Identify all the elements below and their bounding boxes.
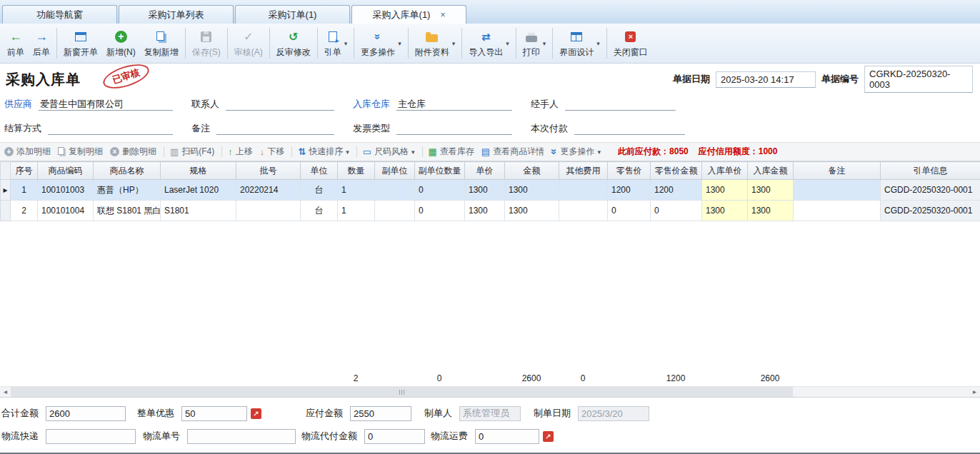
add-detail-button[interactable]: +添加明细 bbox=[4, 146, 51, 158]
chevron-down-icon[interactable]: ▾ bbox=[596, 40, 600, 47]
cell-spec[interactable]: LaserJet 1020 bbox=[161, 180, 236, 201]
tracking-no-field[interactable] bbox=[187, 429, 296, 444]
pull-order-button[interactable]: 引单▾ bbox=[320, 26, 352, 61]
chevron-down-icon[interactable]: ▾ bbox=[411, 148, 415, 156]
chevron-down-icon[interactable]: ▾ bbox=[452, 40, 456, 47]
column-header[interactable]: 商品编码 bbox=[38, 162, 94, 180]
column-header[interactable]: 入库单价 bbox=[702, 162, 748, 180]
reverse-audit-button[interactable]: ↺反审修改 bbox=[272, 26, 315, 61]
column-header[interactable]: 序号 bbox=[11, 162, 38, 180]
print-button[interactable]: 打印▾ bbox=[519, 26, 551, 61]
column-header[interactable]: 商品名称 bbox=[94, 162, 161, 180]
chevron-down-icon[interactable]: ▾ bbox=[598, 148, 601, 156]
warehouse-field[interactable] bbox=[396, 98, 512, 111]
cell-name[interactable]: 联想 S1801 黑白 bbox=[94, 201, 161, 221]
cell-other-fee[interactable] bbox=[559, 201, 608, 221]
allocate-freight-icon[interactable]: ↗ bbox=[543, 431, 554, 442]
cell-remark[interactable] bbox=[794, 201, 881, 221]
column-header[interactable]: 副单位 bbox=[375, 162, 415, 180]
column-header[interactable]: 入库金额 bbox=[748, 162, 794, 180]
tab-purchase-order-list[interactable]: 采购订单列表 bbox=[119, 5, 234, 24]
cell-batch[interactable]: 20220214 bbox=[236, 180, 301, 201]
cell-in-price[interactable]: 1300 bbox=[702, 201, 748, 221]
cell-qty[interactable]: 1 bbox=[338, 201, 375, 221]
discount-field[interactable] bbox=[181, 406, 247, 421]
copy-new-button[interactable]: 复制新增 bbox=[140, 26, 183, 61]
tab-purchase-order[interactable]: 采购订单(1) bbox=[235, 5, 350, 24]
cell-price[interactable]: 1300 bbox=[465, 180, 505, 201]
tab-function-nav[interactable]: 功能导航窗 bbox=[2, 5, 117, 24]
freight-field[interactable] bbox=[475, 429, 539, 444]
cell-unit[interactable]: 台 bbox=[301, 201, 338, 221]
cell-retail[interactable]: 1200 bbox=[608, 180, 651, 201]
cell-subqty[interactable]: 0 bbox=[415, 180, 465, 201]
column-header[interactable]: 零售价金额 bbox=[651, 162, 702, 180]
column-header[interactable]: 金额 bbox=[505, 162, 559, 180]
cell-subunit[interactable] bbox=[375, 201, 415, 221]
move-down-button[interactable]: ↓下移 bbox=[260, 146, 285, 158]
chevron-down-icon[interactable]: ▾ bbox=[543, 40, 546, 47]
new-window-button[interactable]: 新窗开单 bbox=[59, 26, 102, 61]
more-actions-button[interactable]: »更多操作▾ bbox=[356, 26, 406, 61]
column-header[interactable]: 其他费用 bbox=[559, 162, 608, 180]
column-header[interactable]: 备注 bbox=[794, 162, 881, 180]
tab-purchase-inbound[interactable]: 采购入库单(1) × bbox=[351, 5, 466, 24]
column-header[interactable]: 单位 bbox=[301, 162, 338, 180]
cell-retail-amount[interactable]: 0 bbox=[651, 201, 702, 221]
scroll-right-icon[interactable]: ▸ bbox=[969, 387, 980, 397]
cell-ref[interactable]: CGDD-20250320-0001 bbox=[881, 180, 980, 201]
cell-subunit[interactable] bbox=[375, 180, 415, 201]
column-header[interactable]: 零售价 bbox=[608, 162, 651, 180]
prev-doc-button[interactable]: ←前单 bbox=[3, 26, 29, 61]
chevron-down-icon[interactable]: ▾ bbox=[344, 40, 348, 47]
import-export-button[interactable]: ⇄导入导出▾ bbox=[464, 26, 514, 61]
cell-seq[interactable]: 2 bbox=[11, 201, 38, 221]
allocate-discount-icon[interactable]: ↗ bbox=[251, 408, 261, 419]
cell-price[interactable]: 1300 bbox=[465, 201, 505, 221]
next-doc-button[interactable]: →后单 bbox=[29, 26, 54, 61]
size-style-button[interactable]: ▭尺码风格▾ bbox=[363, 146, 415, 158]
scroll-left-icon[interactable]: ◂ bbox=[0, 387, 11, 397]
cell-unit[interactable]: 台 bbox=[301, 180, 338, 201]
add-new-button[interactable]: +新增(N) bbox=[102, 26, 140, 61]
cell-qty[interactable]: 1 bbox=[338, 180, 375, 201]
attachments-button[interactable]: 附件资料▾ bbox=[411, 26, 460, 61]
payment-field[interactable] bbox=[574, 122, 685, 135]
logistics-express-field[interactable] bbox=[46, 429, 136, 444]
cell-amount[interactable]: 1300 bbox=[505, 201, 559, 221]
chevron-down-icon[interactable]: ▾ bbox=[346, 148, 349, 156]
cell-batch[interactable] bbox=[236, 201, 301, 221]
cell-remark[interactable] bbox=[794, 180, 881, 201]
table-row[interactable]: 2 100101004 联想 S1801 黑白 S1801 台 1 0 1300… bbox=[1, 201, 980, 221]
view-product-detail-button[interactable]: ▤查看商品详情 bbox=[481, 146, 544, 158]
column-header[interactable]: 引单信息 bbox=[881, 162, 980, 180]
cell-code[interactable]: 100101003 bbox=[38, 180, 94, 201]
invoice-type-field[interactable] bbox=[396, 122, 512, 135]
table-row[interactable]: ▸ 1 100101003 惠普（HP） LaserJet 1020 20220… bbox=[1, 180, 980, 201]
close-tab-icon[interactable]: × bbox=[440, 11, 445, 19]
cell-subqty[interactable]: 0 bbox=[415, 201, 465, 221]
detail-more-actions-button[interactable]: »更多操作▾ bbox=[551, 146, 601, 158]
cell-name[interactable]: 惠普（HP） bbox=[94, 180, 161, 201]
cell-other-fee[interactable] bbox=[559, 180, 608, 201]
cell-spec[interactable]: S1801 bbox=[161, 201, 236, 221]
view-stock-button[interactable]: ▦查看库存 bbox=[429, 146, 474, 158]
chevron-down-icon[interactable]: ▾ bbox=[398, 40, 401, 47]
supplier-field[interactable] bbox=[39, 98, 173, 111]
settlement-field[interactable] bbox=[48, 122, 173, 135]
ui-design-button[interactable]: 界面设计▾ bbox=[555, 26, 604, 61]
close-window-button[interactable]: ×关闭窗口 bbox=[609, 26, 652, 61]
column-header[interactable]: 批号 bbox=[236, 162, 301, 180]
scan-code-button[interactable]: ▥扫码(F4) bbox=[170, 146, 214, 158]
remark-field[interactable] bbox=[216, 122, 334, 135]
handler-field[interactable] bbox=[565, 98, 676, 111]
column-header[interactable]: 单价 bbox=[465, 162, 505, 180]
doc-date-field[interactable]: 2025-03-20 14:17 bbox=[716, 71, 816, 88]
quick-sort-button[interactable]: ⇅快速排序▾ bbox=[298, 146, 349, 158]
column-header[interactable]: 副单位数量 bbox=[415, 162, 465, 180]
cell-in-price[interactable]: 1300 bbox=[702, 180, 748, 201]
column-header[interactable]: 规格 bbox=[161, 162, 236, 180]
total-amount-field[interactable] bbox=[46, 406, 126, 421]
payable-amount-field[interactable] bbox=[350, 406, 411, 421]
horizontal-scrollbar[interactable]: ◂ ▸ bbox=[0, 386, 980, 397]
